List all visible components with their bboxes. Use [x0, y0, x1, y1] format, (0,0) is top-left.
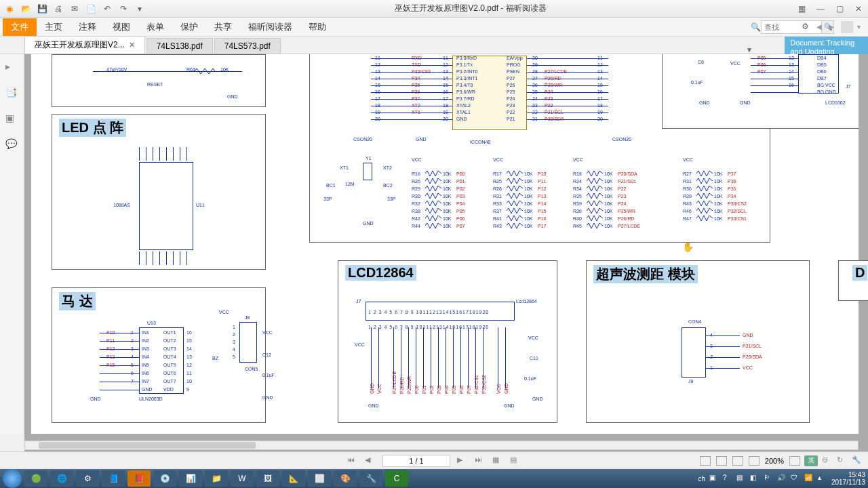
- tab-74ls138[interactable]: 74LS138.pdf: [146, 38, 213, 54]
- ribbon-collapse-icon[interactable]: ▦: [796, 3, 807, 14]
- tray-network-icon[interactable]: 📶: [804, 474, 814, 483]
- block-motor: 马 达 U13 ULN2003D VCC J8 CON5 BZ GND VCC …: [52, 287, 266, 423]
- tab-close-icon[interactable]: ✕: [129, 41, 135, 49]
- task-photos[interactable]: 🖼: [256, 470, 279, 487]
- task-app-14[interactable]: 🔧: [359, 470, 382, 487]
- email-icon[interactable]: ✉: [69, 3, 80, 14]
- nav-prev-icon[interactable]: ◀: [816, 23, 825, 30]
- undo-icon[interactable]: ↶: [102, 3, 113, 14]
- task-app-11[interactable]: 📐: [282, 470, 305, 487]
- page-layout2-icon[interactable]: ▤: [510, 455, 521, 466]
- menu-foxit[interactable]: 福昕阅读器: [240, 18, 300, 36]
- menu-share[interactable]: 共享: [206, 18, 240, 36]
- tray-flag-icon[interactable]: 🏳: [764, 474, 773, 483]
- zoom-in-icon[interactable]: 🔧: [852, 455, 863, 466]
- scrollbar-thumb[interactable]: [39, 442, 256, 449]
- task-app-2[interactable]: 🌐: [50, 470, 73, 487]
- view-cont-icon[interactable]: [716, 456, 727, 466]
- view-single-icon[interactable]: [700, 456, 711, 466]
- lcd12864-gnd3: GND: [532, 396, 543, 401]
- mcu-rightcon: CSON20: [612, 137, 631, 142]
- task-app-4[interactable]: 📘: [102, 470, 125, 487]
- horizontal-scrollbar[interactable]: [24, 441, 859, 450]
- tab-list-dropdown-icon[interactable]: ▼: [746, 46, 753, 54]
- menu-comment[interactable]: 注释: [71, 18, 104, 36]
- ime-indicator[interactable]: ch: [698, 475, 705, 483]
- menu-file[interactable]: 文件: [3, 18, 37, 36]
- pages-icon[interactable]: ▣: [5, 113, 19, 126]
- reflow-icon[interactable]: ↻: [837, 455, 848, 466]
- new-icon[interactable]: 📄: [85, 3, 96, 14]
- tab-main-pdf[interactable]: 巫妖王开发板原理图V2... ✕: [24, 36, 145, 54]
- task-app-7[interactable]: 📊: [179, 470, 202, 487]
- close-icon[interactable]: ✕: [853, 3, 864, 14]
- maximize-icon[interactable]: ▢: [834, 3, 845, 14]
- ultra-con: CON4: [688, 319, 701, 324]
- first-page-icon[interactable]: ⏮: [347, 455, 358, 466]
- find-icon[interactable]: 🔍: [750, 22, 761, 33]
- lcd1602-gnd2: GND: [740, 100, 751, 105]
- start-button[interactable]: [3, 469, 22, 488]
- view-facing-icon[interactable]: [732, 456, 743, 466]
- xt2: XT2: [383, 165, 392, 170]
- lcd1602-gnd1: GND: [699, 100, 710, 105]
- lang-toggle[interactable]: 英: [804, 455, 818, 466]
- avatar-dropdown-icon[interactable]: ▾: [857, 23, 865, 30]
- qat-more-icon[interactable]: ▾: [134, 3, 145, 14]
- task-paint[interactable]: 🎨: [334, 470, 357, 487]
- block-reset: 47uF/10V R64 10K RESET GND: [52, 54, 266, 107]
- tray-shield-icon[interactable]: 🛡: [791, 474, 800, 483]
- menu-help[interactable]: 帮助: [300, 18, 334, 36]
- view-cont-facing-icon[interactable]: [749, 456, 760, 466]
- save-icon[interactable]: 💾: [37, 3, 47, 14]
- page-number-input[interactable]: [382, 455, 450, 467]
- page-layout-icon[interactable]: ▦: [492, 455, 503, 466]
- expand-icon[interactable]: ▸: [5, 61, 19, 75]
- menu-protect[interactable]: 保护: [172, 18, 206, 36]
- lcd1602-j: J7: [846, 84, 850, 89]
- comments-icon[interactable]: 💬: [5, 138, 19, 152]
- block-partial: D: [838, 260, 868, 301]
- title-bar: ◉ 📂 💾 🖨 ✉ 📄 ↶ ↷ ▾ 巫妖王开发板原理图V2.0.pdf - 福昕…: [0, 0, 868, 18]
- task-explorer[interactable]: 📁: [205, 470, 228, 487]
- next-page-icon[interactable]: ▶: [457, 455, 468, 466]
- bookmark-icon[interactable]: 📑: [5, 87, 19, 100]
- settings-icon[interactable]: ⚙: [802, 22, 812, 33]
- tray-icon-1[interactable]: ▣: [709, 474, 719, 483]
- motor-cap: C12: [262, 352, 271, 357]
- menu-home[interactable]: 主页: [37, 18, 71, 36]
- fit-width-icon[interactable]: [789, 456, 800, 466]
- redo-icon[interactable]: ↷: [118, 3, 129, 14]
- prev-page-icon[interactable]: ◀: [365, 455, 376, 466]
- xtal-val: 12M: [345, 182, 355, 186]
- menu-view[interactable]: 视图: [104, 18, 138, 36]
- task-app-15[interactable]: C: [385, 470, 408, 487]
- menu-bar: 文件 主页 注释 视图 表单 保护 共享 福昕阅读器 帮助 🔍 🔍 ⚙ ◀ ▶ …: [0, 18, 868, 37]
- tray-expand-icon[interactable]: ▴: [818, 474, 827, 483]
- open-icon[interactable]: 📂: [20, 3, 31, 14]
- print-icon[interactable]: 🖨: [53, 3, 64, 14]
- tray-time: 15:43: [831, 471, 865, 479]
- tray-icon-4[interactable]: ◧: [750, 474, 760, 483]
- task-foxit[interactable]: 📕: [127, 470, 151, 487]
- task-app-12[interactable]: ⬜: [308, 470, 331, 487]
- lcd1602-ref: LCD1602: [825, 100, 846, 105]
- avatar-icon[interactable]: [841, 21, 853, 33]
- tray-icon-3[interactable]: ▤: [736, 474, 746, 483]
- task-app-1[interactable]: 🟢: [24, 470, 47, 487]
- lcd12864-ref: Lcd12864: [516, 299, 537, 304]
- document-viewport[interactable]: 47uF/10V R64 10K RESET GND LED 点 阵 1088A…: [24, 54, 868, 461]
- nav-next-icon[interactable]: ▶: [829, 23, 837, 30]
- zoom-out-icon[interactable]: ⊖: [822, 455, 833, 466]
- task-word[interactable]: W: [231, 470, 254, 487]
- left-sidebar: ▸ 📑 ▣ 💬: [0, 54, 24, 434]
- minimize-icon[interactable]: —: [815, 3, 826, 14]
- tab-74ls573[interactable]: 74LS573.pdf: [214, 38, 281, 54]
- task-app-6[interactable]: 💿: [153, 470, 176, 487]
- last-page-icon[interactable]: ⏭: [475, 455, 486, 466]
- menu-form[interactable]: 表单: [138, 18, 172, 36]
- task-app-3[interactable]: ⚙: [76, 470, 99, 487]
- tray-volume-icon[interactable]: 🔊: [777, 474, 787, 483]
- xt1: XT1: [340, 165, 349, 170]
- tray-help-icon[interactable]: ?: [723, 474, 732, 483]
